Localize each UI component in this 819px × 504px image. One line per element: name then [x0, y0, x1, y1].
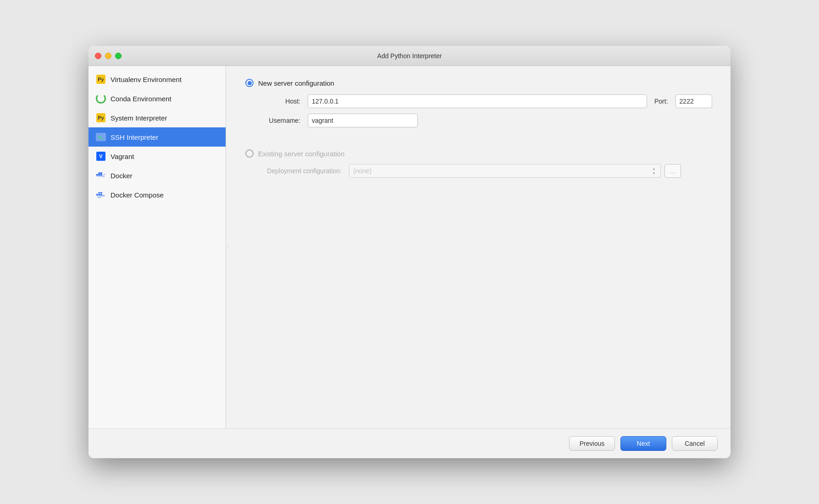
port-input[interactable]	[675, 94, 712, 108]
sidebar-label-docker: Docker	[111, 172, 133, 180]
maximize-button[interactable]	[115, 53, 122, 59]
svg-text:Py: Py	[98, 77, 104, 82]
close-button[interactable]	[95, 53, 101, 59]
deployment-select: (none) ▲ ▼	[349, 164, 661, 178]
svg-text:Py: Py	[98, 115, 104, 121]
new-server-radio-row[interactable]: New server configuration	[245, 79, 714, 87]
sidebar-item-vagrant[interactable]: V Vagrant	[89, 147, 226, 166]
docker-icon	[96, 170, 106, 181]
svg-rect-5	[99, 174, 100, 175]
deployment-select-inner: (none) ▲ ▼	[353, 166, 657, 176]
deployment-spinner: ▲ ▼	[651, 166, 657, 176]
sidebar-item-virtualenv[interactable]: Py Virtualenv Environment	[89, 70, 226, 89]
existing-server-radio[interactable]	[245, 149, 254, 158]
username-input[interactable]	[308, 114, 418, 127]
minimize-button[interactable]	[105, 53, 111, 59]
sidebar-item-system[interactable]: Py System Interpreter	[89, 108, 226, 127]
sidebar-label-docker-compose: Docker Compose	[111, 191, 164, 199]
conda-icon	[96, 93, 106, 104]
dialog-footer: Previous Next Cancel	[89, 428, 730, 458]
dialog-title: Add Python Interpreter	[377, 52, 442, 60]
deployment-label: Deployment configuration:	[258, 167, 345, 175]
cancel-button[interactable]: Cancel	[672, 436, 718, 451]
sidebar-item-docker-compose[interactable]: Docker Compose	[89, 185, 226, 204]
sidebar-label-ssh: SSH Interpreter	[111, 133, 158, 141]
window-controls	[95, 53, 122, 59]
next-button[interactable]: Next	[620, 436, 666, 451]
radio-dot	[248, 81, 252, 85]
svg-rect-7	[99, 173, 100, 174]
sidebar-label-virtualenv: Virtualenv Environment	[111, 76, 182, 83]
previous-button[interactable]: Previous	[569, 436, 615, 451]
svg-rect-12	[99, 192, 100, 194]
svg-rect-4	[96, 174, 98, 175]
server-config-group: New server configuration Host: Port: Use…	[245, 79, 714, 178]
sidebar-label-vagrant: Vagrant	[111, 153, 134, 160]
svg-rect-8	[100, 173, 102, 174]
sidebar-item-conda[interactable]: Conda Environment	[89, 89, 226, 108]
sidebar-item-docker[interactable]: Docker	[89, 166, 226, 185]
username-field-row	[308, 114, 714, 127]
deployment-row: Deployment configuration: (none) ▲ ▼ …	[258, 164, 714, 178]
existing-server-radio-row[interactable]: Existing server configuration	[245, 149, 714, 158]
sidebar: Py Virtualenv Environment Conda Environm…	[89, 66, 226, 428]
vagrant-icon: V	[96, 151, 106, 161]
svg-rect-10	[99, 194, 100, 195]
add-interpreter-dialog: Add Python Interpreter Py Virtualenv Env…	[89, 46, 730, 458]
system-icon: Py	[96, 113, 106, 123]
title-bar: Add Python Interpreter	[89, 46, 730, 66]
svg-rect-9	[96, 194, 98, 195]
host-label: Host:	[258, 98, 304, 105]
new-server-label: New server configuration	[258, 79, 334, 87]
host-field-row: Port:	[308, 94, 714, 108]
port-label: Port:	[654, 98, 668, 105]
sidebar-label-conda: Conda Environment	[111, 95, 172, 103]
sidebar-label-system: System Interpreter	[111, 114, 167, 122]
sidebar-item-ssh[interactable]: >_ SSH Interpreter	[89, 127, 226, 147]
host-input[interactable]	[308, 94, 647, 108]
existing-server-section: Existing server configuration Deployment…	[245, 149, 714, 178]
svg-rect-11	[100, 194, 102, 195]
ssh-icon: >_	[96, 132, 106, 142]
svg-rect-13	[100, 192, 102, 194]
deployment-browse-button[interactable]: …	[664, 164, 681, 178]
new-server-fields: Host: Port: Username:	[258, 94, 714, 127]
username-label: Username:	[258, 117, 304, 124]
virtualenv-icon: Py	[96, 74, 106, 84]
svg-rect-6	[100, 174, 102, 175]
new-server-section: New server configuration Host: Port: Use…	[245, 79, 714, 127]
docker-compose-icon	[96, 190, 106, 200]
new-server-radio[interactable]	[245, 79, 254, 87]
dialog-body: Py Virtualenv Environment Conda Environm…	[89, 66, 730, 428]
main-content: New server configuration Host: Port: Use…	[229, 66, 730, 428]
existing-server-label: Existing server configuration	[258, 150, 344, 158]
deployment-value: (none)	[353, 167, 371, 175]
